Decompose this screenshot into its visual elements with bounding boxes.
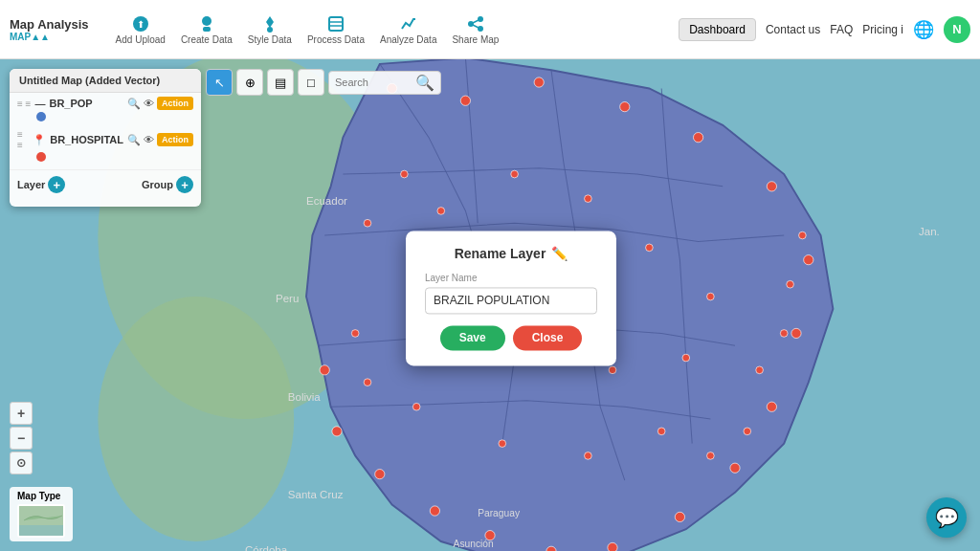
map-toolbar: ↖ ⊕ ▤ □ 🔍 — [206, 69, 441, 96]
action-button-br-hospital[interactable]: Action — [157, 133, 193, 146]
layer-visibility-br-hospital[interactable]: 👁 — [144, 134, 154, 145]
layer-symbol-br-pop — [36, 112, 193, 121]
svg-point-41 — [609, 366, 616, 374]
layer-item-br-pop: ≡ ≡ — BR_POP 🔍 👁 Action — [10, 93, 201, 125]
map-type-selector[interactable]: Map Type — [10, 487, 73, 541]
svg-point-27 — [608, 542, 617, 551]
action-button-br-pop[interactable]: Action — [157, 97, 193, 110]
layer-name-label: Layer Name — [425, 273, 597, 283]
svg-point-30 — [430, 506, 439, 516]
zoom-out-button[interactable]: − — [10, 427, 33, 450]
svg-text:Asunción: Asunción — [454, 539, 494, 549]
layer-type-icon-br-pop: — — [34, 98, 45, 109]
nav-process-data[interactable]: Process Data — [307, 13, 365, 45]
rename-layer-dialog: Rename Layer ✏️ Layer Name Save Close — [406, 231, 616, 365]
nav-share-map[interactable]: Share Map — [452, 13, 499, 45]
cursor-tool-button[interactable]: ↖ — [206, 69, 233, 96]
search-box[interactable]: 🔍 — [328, 71, 441, 95]
layer-search-br-hospital[interactable]: 🔍 — [127, 134, 141, 146]
fullscreen-tool-button[interactable]: □ — [298, 69, 324, 96]
layer-visibility-br-pop[interactable]: 👁 — [144, 98, 154, 109]
svg-point-25 — [730, 463, 740, 473]
faq-link[interactable]: FAQ — [830, 23, 853, 36]
chat-button[interactable]: 💬 — [926, 497, 967, 538]
create-data-label: Create Data — [181, 34, 233, 45]
nav-analyze-data[interactable]: Analyze Data — [380, 13, 436, 45]
svg-point-4 — [267, 27, 273, 33]
svg-point-57 — [401, 170, 409, 178]
panel-footer: Layer + Group + — [10, 169, 201, 199]
search-icon: 🔍 — [415, 74, 434, 92]
brand-title: Map Analysis — [10, 17, 89, 32]
style-data-label: Style Data — [248, 34, 292, 45]
svg-point-39 — [707, 293, 715, 300]
pencil-icon: ✏️ — [551, 246, 568, 261]
svg-point-2 — [202, 16, 212, 26]
svg-point-35 — [585, 195, 592, 203]
svg-point-32 — [332, 427, 342, 436]
svg-point-19 — [620, 102, 630, 112]
svg-point-18 — [534, 77, 544, 87]
svg-point-15 — [98, 297, 294, 541]
svg-point-49 — [756, 366, 764, 374]
symbol-color-br-pop — [36, 112, 46, 121]
zoom-reset-button[interactable]: ⊙ — [10, 452, 33, 474]
right-navigation: Dashboard Contact us FAQ Pricing i 🌐 N — [679, 16, 970, 43]
add-upload-icon: ⬆ — [130, 13, 151, 34]
process-data-label: Process Data — [307, 34, 365, 45]
svg-point-22 — [804, 255, 813, 265]
add-layer-button[interactable]: Layer + — [17, 176, 65, 193]
layer-symbol-br-hospital — [36, 152, 193, 162]
nav-add-upload[interactable]: ⬆ Add Upload — [116, 13, 166, 45]
user-avatar[interactable]: N — [944, 16, 970, 43]
layer-item-br-hospital: ≡ ≡ 📍 BR_HOSPITAL 🔍 👁 Action — [10, 125, 201, 165]
svg-point-55 — [351, 330, 359, 338]
layers-tool-button[interactable]: ▤ — [267, 69, 294, 96]
svg-point-58 — [364, 219, 371, 227]
svg-point-20 — [693, 133, 702, 143]
analyze-data-label: Analyze Data — [380, 34, 436, 45]
svg-point-42 — [682, 354, 690, 362]
svg-point-50 — [780, 330, 788, 338]
save-button[interactable]: Save — [440, 325, 505, 350]
close-button[interactable]: Close — [513, 325, 583, 350]
layers-panel: Untitled Map (Added Vector) ≡ ≡ — BR_POP… — [10, 69, 201, 207]
symbol-color-br-hospital — [36, 152, 46, 162]
zoom-in-button[interactable]: + — [10, 402, 33, 425]
pricing-link[interactable]: Pricing i — [862, 23, 903, 36]
share-map-icon — [465, 13, 486, 34]
layer-actions-br-hospital: 🔍 👁 Action — [127, 133, 193, 146]
nav-create-data[interactable]: Create Data — [181, 13, 233, 45]
share-map-label: Share Map — [452, 34, 499, 45]
svg-point-26 — [675, 512, 684, 521]
add-group-icon[interactable]: + — [176, 176, 193, 193]
layer-name-input[interactable] — [425, 287, 597, 314]
svg-point-47 — [707, 452, 715, 460]
dashboard-button[interactable]: Dashboard — [679, 18, 756, 41]
add-layer-icon[interactable]: + — [48, 176, 65, 193]
svg-point-31 — [375, 470, 385, 479]
drag-handle-br-pop[interactable]: ≡ ≡ — [17, 99, 31, 109]
svg-point-48 — [744, 428, 751, 435]
zoom-tool-button[interactable]: ⊕ — [236, 69, 263, 96]
contact-link[interactable]: Contact us — [766, 23, 820, 36]
svg-text:Paraguay: Paraguay — [478, 508, 521, 518]
svg-point-56 — [437, 208, 445, 215]
nav-style-data[interactable]: Style Data — [248, 13, 292, 45]
svg-point-44 — [499, 440, 506, 448]
add-group-button[interactable]: Group + — [142, 176, 193, 193]
layer-type-icon-br-hospital: 📍 — [33, 134, 46, 146]
group-label: Group — [142, 179, 173, 190]
dialog-title: Rename Layer ✏️ — [425, 246, 597, 261]
drag-handle-br-hospital[interactable]: ≡ ≡ — [17, 129, 29, 150]
map-container[interactable]: Ecuador Peru Bolivia Santa Cruz Córdoba … — [0, 59, 980, 551]
search-input[interactable] — [335, 77, 412, 88]
top-navigation: Map Analysis MAP▲▲ ⬆ Add Upload Create D… — [0, 0, 980, 59]
layer-search-br-pop[interactable]: 🔍 — [127, 98, 141, 110]
map-type-thumbnail[interactable] — [17, 504, 65, 538]
svg-point-52 — [799, 231, 807, 239]
svg-point-51 — [787, 280, 794, 288]
create-data-icon — [196, 13, 217, 34]
svg-text:Ecuador: Ecuador — [306, 195, 347, 207]
svg-rect-3 — [203, 27, 211, 32]
